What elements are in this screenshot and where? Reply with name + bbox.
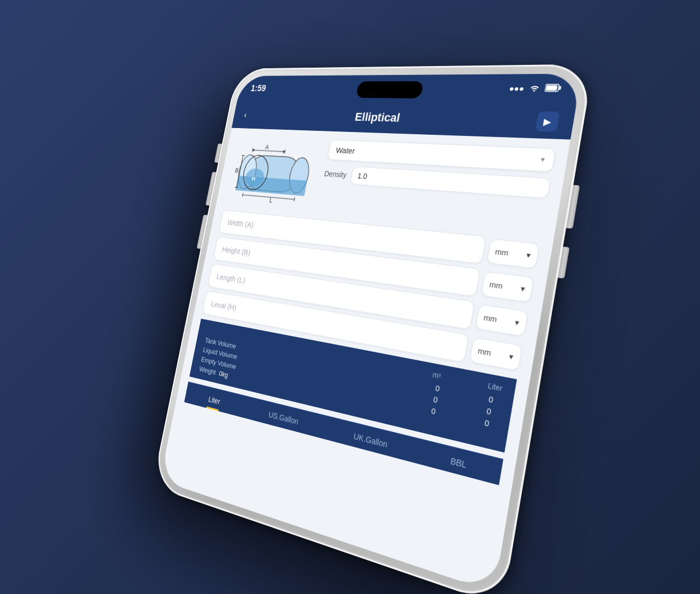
dropdown-arrow-icon: ▾ [540, 155, 545, 164]
unit-arrow-icon: ▾ [514, 318, 521, 328]
content-area: A B H [174, 128, 570, 499]
svg-text:A: A [265, 144, 269, 150]
weight-label: Weight [198, 365, 216, 376]
col1-header: m³ [432, 371, 441, 381]
tab-liter[interactable]: Liter [202, 392, 226, 409]
level-unit-dropdown[interactable]: mm ▾ [469, 337, 522, 371]
width-unit-dropdown[interactable]: mm ▾ [486, 239, 540, 269]
battery-icon [544, 84, 562, 95]
status-bar: 1:59 ●●● [237, 74, 581, 105]
unit-arrow-icon: ▾ [520, 284, 526, 294]
phone-device: 1:59 ●●● [152, 64, 594, 594]
scene: 1:59 ●●● [70, 31, 630, 563]
liquid-selected: Water [335, 145, 356, 155]
signal-icon: ●●● [508, 84, 525, 93]
video-icon: ▶ [543, 116, 552, 127]
status-time: 1:59 [250, 83, 267, 93]
back-button[interactable]: ‹ [243, 108, 248, 120]
height-unit-dropdown[interactable]: mm ▾ [481, 271, 534, 303]
weight-value: 0kg [219, 369, 229, 379]
controls-area: Water ▾ Density 1.0 [323, 139, 556, 199]
svg-text:B: B [235, 167, 239, 174]
tab-us-gallon[interactable]: US.Gallon [262, 407, 305, 430]
svg-line-21 [243, 195, 294, 199]
diagram-area: A B H [224, 136, 325, 214]
status-icons: ●●● [508, 84, 562, 95]
density-input[interactable]: 1.0 [349, 166, 551, 199]
video-button[interactable]: ▶ [535, 111, 560, 132]
svg-line-10 [253, 150, 285, 152]
svg-text:L: L [269, 196, 273, 204]
tab-uk-gallon[interactable]: UK.Gallon [346, 427, 395, 453]
col2-header: Liter [487, 381, 503, 393]
dynamic-island [356, 81, 424, 98]
unit-arrow-icon: ▾ [508, 352, 514, 362]
density-label: Density [324, 169, 347, 180]
tab-bbl[interactable]: BBL [442, 451, 475, 474]
length-unit-dropdown[interactable]: mm ▾ [475, 304, 528, 337]
page-title: Elliptical [354, 110, 401, 125]
unit-arrow-icon: ▾ [526, 251, 532, 260]
svg-rect-2 [546, 85, 558, 90]
wifi-icon [528, 84, 541, 95]
